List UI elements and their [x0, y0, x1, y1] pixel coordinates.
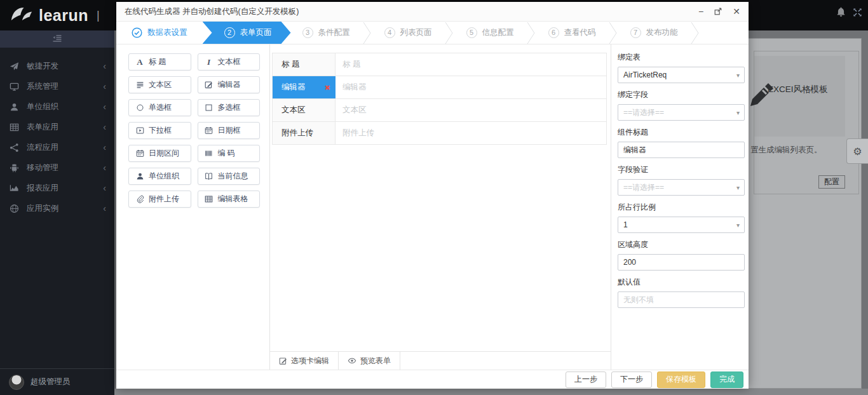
chevron-left-icon: ‹ — [103, 123, 106, 131]
dialog-titlebar: 在线代码生成器 并自动创建代码(自定义开发模板) − ✕ — [116, 2, 749, 22]
step-publish[interactable]: 7 发布功能 — [619, 22, 689, 44]
android-icon — [9, 163, 19, 173]
select-icon — [135, 126, 145, 135]
palette-radio-button[interactable]: 单选框 — [128, 99, 191, 116]
sidebar-item-system-mgmt[interactable]: 系统管理 ‹ — [0, 76, 114, 97]
finish-button[interactable]: 完成 — [710, 372, 743, 388]
palette-current-info-button[interactable]: 当前信息 — [198, 168, 261, 185]
form-row-textarea[interactable]: 文本区 文本区 — [273, 99, 606, 122]
sidebar-item-label: 单位组织 — [27, 102, 58, 112]
sidebar-menu: 敏捷开发 ‹ 系统管理 ‹ 单位组织 ‹ 表单 — [0, 48, 114, 218]
step-info-config[interactable]: 5 信息配置 — [455, 22, 526, 44]
radio-icon — [135, 104, 145, 112]
step-view-code[interactable]: 6 查看代码 — [537, 22, 607, 44]
form-row-title[interactable]: 标 题 标 题 — [273, 53, 606, 76]
sidebar-item-agile-dev[interactable]: 敏捷开发 ‹ — [0, 56, 114, 76]
sidebar-item-label: 报表应用 — [27, 183, 58, 194]
caret-down-icon: ▾ — [736, 222, 740, 229]
default-value-input[interactable] — [618, 291, 745, 308]
form-canvas: 标 题 标 题 编辑器 ✖ 编辑器 文本区 文本区 — [270, 44, 611, 370]
screen-arrows-icon[interactable] — [853, 8, 862, 20]
step-datatable-settings[interactable]: 数据表设置 — [116, 22, 196, 44]
delete-row-icon[interactable]: ✖ — [325, 83, 330, 91]
template-card-description: 置生成编辑列表页。 — [750, 145, 822, 156]
palette-daterange-button[interactable]: 日期区间 — [128, 145, 191, 162]
area-height-input[interactable] — [618, 254, 745, 271]
sidebar-item-org[interactable]: 单位组织 ‹ — [0, 97, 114, 117]
sidebar-item-label: 移动管理 — [27, 163, 58, 173]
prev-step-button[interactable]: 上一步 — [566, 372, 606, 388]
next-step-button[interactable]: 下一步 — [611, 372, 652, 388]
editor-icon — [204, 81, 214, 89]
palette-barcode-button[interactable]: 编 码 — [198, 145, 261, 162]
field-validate-label: 字段验证 — [618, 164, 745, 175]
bind-field-label: 绑定字段 — [618, 90, 745, 100]
sidebar-item-app-examples[interactable]: 应用实例 ‹ — [0, 198, 114, 218]
checkbox-icon — [204, 104, 214, 112]
edit-icon — [279, 357, 287, 365]
gear-icon: ⚙ — [853, 145, 862, 157]
row-ratio-label: 所占行比例 — [618, 202, 745, 213]
screen: EXCEI风格模板 置生成编辑列表页。 ⚙ 配置 learun | — [0, 0, 868, 395]
minimize-button[interactable]: − — [698, 7, 703, 16]
palette-edit-grid-button[interactable]: 编辑表格 — [198, 191, 261, 208]
sidebar-item-label: 系统管理 — [27, 81, 58, 92]
sidebar-collapse-button[interactable] — [0, 30, 114, 48]
component-title-input[interactable] — [618, 142, 745, 158]
default-value-label: 默认值 — [618, 277, 745, 288]
textbox-icon: I — [204, 57, 214, 67]
step-form-page[interactable]: 2 表单页面 — [203, 22, 291, 44]
row-ratio-select[interactable]: 1 ▾ — [618, 217, 745, 233]
form-rows: 标 题 标 题 编辑器 ✖ 编辑器 文本区 文本区 — [272, 53, 607, 145]
chevron-left-icon: ‹ — [103, 163, 106, 172]
palette-date-button[interactable]: 日期框 — [198, 122, 261, 139]
bind-field-select[interactable]: ==请选择== ▾ — [618, 104, 745, 121]
globe-icon — [9, 204, 19, 213]
settings-gear-tab[interactable]: ⚙ — [846, 138, 868, 164]
sidebar-item-workflow-app[interactable]: 流程应用 ‹ — [0, 137, 114, 157]
chevron-left-icon: ‹ — [103, 102, 106, 111]
canvas-bottom-tabs: 选项卡编辑 预览表单 — [270, 351, 611, 370]
bell-icon[interactable] — [836, 7, 846, 20]
palette-heading-button[interactable]: A 标 题 — [128, 53, 191, 70]
sidebar-item-mobile-mgmt[interactable]: 移动管理 ‹ — [0, 157, 114, 178]
code-generator-dialog: 在线代码生成器 并自动创建代码(自定义开发模板) − ✕ 数据表设置 2 表单页… — [116, 2, 749, 389]
step-separator — [691, 22, 700, 44]
component-title-label: 组件标题 — [618, 127, 745, 138]
sidebar-item-form-app[interactable]: 表单应用 ‹ — [0, 117, 114, 137]
table-icon — [204, 195, 214, 203]
user-name: 超级管理员 — [31, 377, 71, 387]
current-user[interactable]: 超级管理员 — [0, 368, 114, 395]
heading-icon: A — [135, 57, 145, 67]
calendar-icon — [204, 126, 214, 135]
table-icon — [9, 123, 19, 132]
sidebar-item-report-app[interactable]: 报表应用 ‹ — [0, 178, 114, 198]
avatar — [9, 375, 24, 390]
save-template-button[interactable]: 保存模板 — [657, 372, 705, 388]
step-condition-config[interactable]: 3 条件配置 — [291, 22, 362, 44]
maximize-button[interactable] — [714, 7, 722, 16]
template-config-button[interactable]: 配置 — [818, 175, 845, 189]
tab-edit-tabs[interactable]: 选项卡编辑 — [270, 352, 339, 370]
chevron-left-icon: ‹ — [103, 184, 106, 192]
caret-down-icon: ▾ — [736, 72, 740, 79]
page-bottom-strip — [114, 389, 868, 395]
bind-table-select[interactable]: AirTicketReq ▾ — [618, 67, 745, 83]
close-button[interactable]: ✕ — [733, 7, 740, 16]
palette-textarea-button[interactable]: 文本区 — [128, 76, 191, 93]
book-icon — [204, 172, 214, 180]
sidebar-item-label: 敏捷开发 — [27, 61, 58, 72]
palette-attachment-button[interactable]: 附件上传 — [128, 191, 191, 208]
tab-preview-form[interactable]: 预览表单 — [339, 352, 400, 370]
step-separator — [527, 22, 536, 44]
form-row-attachment[interactable]: 附件上传 附件上传 — [273, 122, 606, 145]
field-validate-select[interactable]: ==请选择== ▾ — [618, 179, 745, 196]
step-list-page[interactable]: 4 列表页面 — [373, 22, 444, 44]
calendar-icon — [135, 149, 145, 157]
form-row-editor-selected[interactable]: 编辑器 ✖ 编辑器 — [273, 76, 606, 99]
palette-textbox-button[interactable]: I 文本框 — [198, 53, 261, 70]
palette-organization-button[interactable]: 单位组织 — [128, 168, 191, 185]
palette-checkbox-button[interactable]: 多选框 — [198, 99, 261, 116]
palette-editor-button[interactable]: 编辑器 — [198, 76, 261, 93]
palette-select-button[interactable]: 下拉框 — [128, 122, 191, 139]
